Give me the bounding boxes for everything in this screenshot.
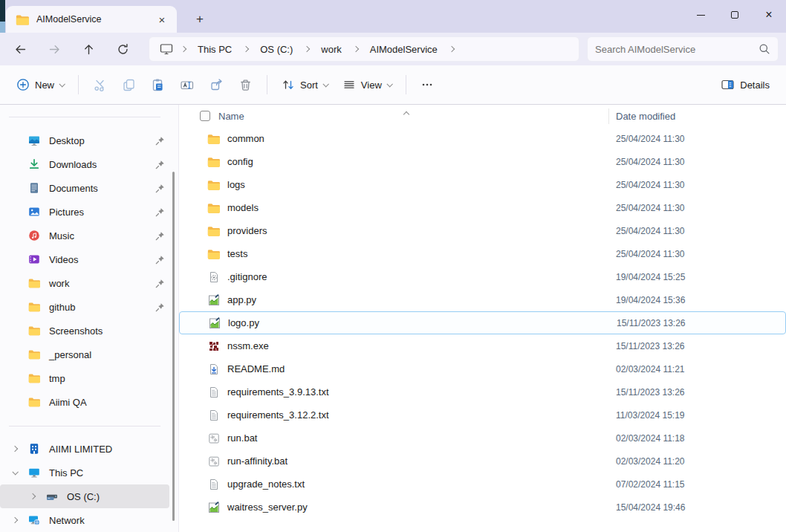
sidebar-item-icon bbox=[28, 230, 40, 241]
minimize-button[interactable] bbox=[683, 0, 718, 30]
breadcrumb-chevron-icon[interactable] bbox=[299, 39, 314, 59]
sidebar-scrollbar[interactable] bbox=[172, 172, 175, 521]
pin-icon bbox=[155, 184, 165, 193]
column-divider[interactable] bbox=[608, 108, 609, 124]
desktop-icon bbox=[28, 134, 40, 146]
sidebar-item[interactable]: Desktop bbox=[0, 129, 178, 152]
sidebar-tree-item[interactable]: Network bbox=[0, 508, 169, 532]
explorer-tab[interactable]: AIModelService × bbox=[6, 6, 177, 33]
view-button[interactable]: View bbox=[335, 71, 399, 98]
background-window-edge bbox=[0, 0, 5, 22]
sidebar-item-label: _personal bbox=[49, 349, 91, 360]
file-row[interactable]: logs 25/04/2024 11:30 bbox=[179, 173, 786, 196]
sidebar-item[interactable]: _personal bbox=[0, 343, 178, 366]
close-button[interactable]: × bbox=[752, 0, 786, 30]
more-options-button[interactable] bbox=[413, 71, 441, 98]
share-button[interactable] bbox=[202, 71, 231, 98]
text-file-icon bbox=[208, 386, 220, 398]
breadcrumb: This PC OS (C:) work AIModelService bbox=[149, 36, 579, 62]
sidebar-item[interactable]: Downloads bbox=[0, 152, 178, 176]
select-all-checkbox[interactable] bbox=[200, 111, 210, 121]
file-row[interactable]: logo.py 15/11/2023 13:26 bbox=[179, 311, 786, 334]
breadcrumb-chevron-icon[interactable] bbox=[238, 39, 253, 59]
copy-icon bbox=[122, 78, 136, 92]
hard-drive-icon bbox=[46, 490, 58, 502]
file-row[interactable]: run-affinity.bat 02/03/2024 11:20 bbox=[179, 450, 786, 473]
file-list-pane: Name Date modified common bbox=[178, 105, 786, 532]
sidebar-item[interactable]: github bbox=[0, 295, 178, 319]
search-icon[interactable] bbox=[759, 43, 770, 55]
rename-button[interactable] bbox=[172, 71, 202, 98]
column-header-name[interactable]: Name bbox=[218, 111, 244, 122]
sidebar-tree-item[interactable]: AIIMI LIMITED bbox=[0, 437, 169, 461]
file-row[interactable]: waitress_server.py 15/04/2024 19:46 bbox=[179, 496, 786, 519]
file-row[interactable]: upgrade_notes.txt 07/02/2024 11:15 bbox=[179, 473, 786, 496]
sidebar-item[interactable]: Screenshots bbox=[0, 319, 178, 343]
breadcrumb-item[interactable]: This PC bbox=[191, 39, 238, 59]
file-row[interactable]: models 25/04/2024 11:30 bbox=[179, 196, 786, 219]
breadcrumb-items: This PC OS (C:) work AIModelService bbox=[191, 39, 459, 59]
new-button-label: New bbox=[35, 80, 54, 91]
file-row[interactable]: run.bat 02/03/2024 11:18 bbox=[179, 426, 786, 450]
file-row[interactable]: providers 25/04/2024 11:30 bbox=[179, 219, 786, 242]
file-icon bbox=[207, 247, 220, 260]
file-name: logs bbox=[227, 179, 245, 190]
sidebar-item[interactable]: Documents bbox=[0, 176, 178, 200]
file-row[interactable]: nssm.exe 15/11/2023 13:26 bbox=[179, 334, 786, 357]
sidebar-item[interactable]: work bbox=[0, 271, 178, 295]
navigation-pane: Desktop Downloads bbox=[0, 105, 178, 532]
copy-button[interactable] bbox=[114, 71, 143, 98]
up-button[interactable] bbox=[76, 36, 101, 62]
tree-chevron-icon[interactable] bbox=[10, 470, 19, 475]
new-tab-button[interactable]: + bbox=[189, 8, 211, 30]
sidebar-item[interactable]: Music bbox=[0, 224, 178, 247]
file-name: providers bbox=[227, 225, 267, 236]
refresh-button[interactable] bbox=[110, 36, 135, 62]
tree-chevron-icon[interactable] bbox=[28, 494, 37, 499]
breadcrumb-chevron-icon[interactable] bbox=[348, 39, 363, 59]
sidebar-item[interactable]: tmp bbox=[0, 366, 178, 390]
trash-icon bbox=[238, 78, 253, 92]
file-icon bbox=[207, 363, 220, 375]
downloads-icon bbox=[28, 158, 40, 170]
forward-button[interactable] bbox=[42, 36, 67, 62]
breadcrumb-item[interactable]: OS (C:) bbox=[253, 39, 299, 59]
back-arrow-icon bbox=[14, 43, 27, 56]
sidebar-tree-item[interactable]: This PC bbox=[0, 461, 169, 484]
breadcrumb-chevron-icon[interactable] bbox=[444, 39, 459, 59]
new-button[interactable]: New bbox=[9, 71, 71, 98]
breadcrumb-chevron-icon[interactable] bbox=[176, 39, 191, 59]
column-header-date-modified[interactable]: Date modified bbox=[616, 111, 675, 122]
back-button[interactable] bbox=[7, 36, 33, 62]
tree-chevron-icon[interactable] bbox=[10, 518, 19, 522]
search-input[interactable] bbox=[595, 44, 759, 55]
details-button[interactable]: Details bbox=[713, 71, 777, 98]
file-row[interactable]: requirements_3.9.13.txt 15/11/2023 13:26 bbox=[179, 380, 786, 403]
cut-button[interactable] bbox=[85, 71, 114, 98]
sidebar-pinned-list: Desktop Downloads bbox=[0, 129, 178, 414]
file-row[interactable]: requirements_3.12.2.txt 11/03/2024 15:19 bbox=[179, 403, 786, 426]
sidebar-item-icon bbox=[28, 443, 40, 455]
breadcrumb-item[interactable]: work bbox=[314, 39, 348, 59]
file-row[interactable]: README.md 02/03/2024 11:21 bbox=[179, 357, 786, 380]
sort-button[interactable]: Sort bbox=[274, 71, 335, 98]
file-name: app.py bbox=[227, 294, 256, 305]
file-row[interactable]: .gitignore 19/04/2024 15:25 bbox=[179, 265, 786, 288]
file-row[interactable]: config 25/04/2024 11:30 bbox=[179, 150, 786, 173]
breadcrumb-item[interactable]: AIModelService bbox=[363, 39, 444, 59]
sidebar-tree-item[interactable]: OS (C:) bbox=[0, 484, 169, 508]
file-row[interactable]: app.py 19/04/2024 15:36 bbox=[179, 288, 786, 311]
file-icon bbox=[207, 409, 220, 421]
paste-button[interactable] bbox=[143, 71, 172, 98]
text-file-icon bbox=[208, 409, 220, 421]
sidebar-item[interactable]: Aiimi QA bbox=[0, 390, 178, 414]
file-row[interactable]: tests 25/04/2024 11:30 bbox=[179, 242, 786, 265]
folder-icon bbox=[207, 226, 220, 236]
tree-chevron-icon[interactable] bbox=[10, 447, 19, 451]
tab-close-icon[interactable]: × bbox=[153, 10, 171, 28]
sidebar-item[interactable]: Pictures bbox=[0, 200, 178, 224]
delete-button[interactable] bbox=[231, 71, 260, 98]
file-row[interactable]: common 25/04/2024 11:30 bbox=[179, 127, 786, 150]
sidebar-item[interactable]: Videos bbox=[0, 247, 178, 271]
maximize-button[interactable] bbox=[718, 0, 752, 30]
